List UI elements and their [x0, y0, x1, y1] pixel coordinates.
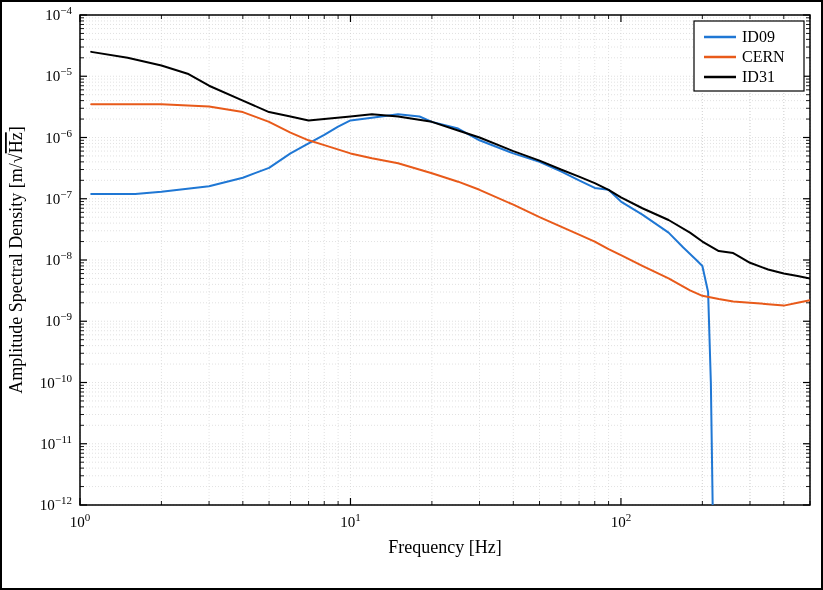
y-axis-label: Amplitude Spectral Density [m/√Hz] [6, 126, 26, 393]
legend-label: CERN [742, 48, 785, 65]
legend-label: ID09 [742, 28, 775, 45]
legend: ID09CERNID31 [694, 21, 804, 91]
legend-label: ID31 [742, 68, 775, 85]
x-axis-label: Frequency [Hz] [388, 537, 501, 557]
line-chart: 10010110210−1210−1110−1010−910−810−710−6… [0, 0, 823, 590]
